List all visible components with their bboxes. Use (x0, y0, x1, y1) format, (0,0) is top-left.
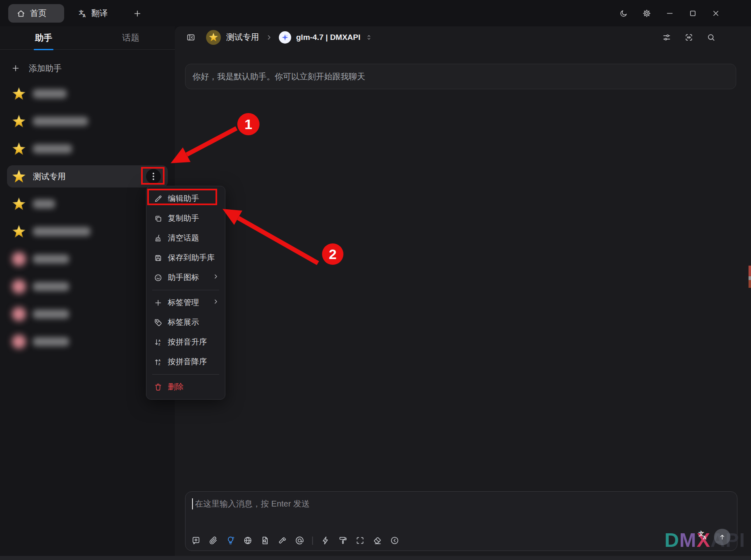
new-topic-icon[interactable] (191, 536, 201, 545)
model-selector[interactable]: glm-4.7 | DMXAPI (296, 33, 360, 42)
svg-text:?: ? (232, 536, 234, 540)
text-cursor (192, 498, 193, 509)
assistant-item[interactable] (7, 110, 168, 132)
menu-item-tag[interactable]: 标签展示 (146, 312, 225, 332)
collapse-sidebar-button[interactable] (186, 33, 195, 42)
chat-header: 测试专用 glm-4.7 | DMXAPI (175, 26, 751, 48)
assistant-item[interactable] (7, 248, 168, 270)
chevron-updown-icon[interactable] (365, 34, 373, 41)
thinking-icon[interactable]: ? (226, 536, 235, 545)
assistant-item[interactable] (7, 220, 168, 243)
plus-icon (154, 299, 162, 307)
welcome-message: 你好，我是默认助手。你可以立刻开始跟我聊天 (185, 64, 736, 89)
mcp-tools-icon[interactable] (278, 536, 287, 545)
tab-home-label: 首页 (30, 8, 46, 19)
menu-item-broom[interactable]: 清空话题 (146, 228, 225, 248)
menu-item-sort-asc[interactable]: AZ按拼音升序 (146, 332, 225, 352)
maximize-button[interactable] (681, 0, 704, 26)
web-search-icon[interactable] (243, 536, 253, 545)
redacted-assistant-name (33, 117, 88, 126)
maximize-icon (688, 9, 697, 18)
menu-item-label: 清空话题 (168, 233, 199, 243)
menu-item-label: 按拼音升序 (168, 337, 207, 347)
fullscreen-icon[interactable] (355, 536, 365, 545)
trash-icon (154, 383, 162, 391)
translate-icon: 文A (698, 530, 708, 541)
moon-icon (619, 9, 628, 18)
star-avatar (11, 86, 27, 102)
minimize-button[interactable] (658, 0, 681, 26)
tab-translate-label: 翻译 (91, 8, 108, 19)
send-button[interactable] (714, 529, 730, 545)
chevron-right-icon (265, 34, 273, 41)
redacted-assistant-name (33, 89, 67, 98)
mention-icon[interactable] (295, 536, 304, 545)
assistant-item[interactable] (7, 138, 168, 160)
chevron-right-icon (212, 273, 219, 280)
sort-desc-icon: AZ (154, 358, 162, 366)
composer-input[interactable]: 在这里输入消息，按 Enter 发送 (192, 498, 310, 509)
star-avatar (11, 196, 27, 212)
menu-item-smiley[interactable]: 助手图标 (146, 268, 225, 287)
menu-divider (152, 374, 219, 375)
watermark-letter: M (679, 529, 697, 551)
sidebar-tab-assistants[interactable]: 助手 (0, 26, 87, 49)
broom-icon (154, 234, 162, 243)
paint-roller-icon[interactable] (338, 536, 348, 545)
menu-item-label: 复制助手 (168, 213, 199, 224)
theme-toggle-button[interactable] (612, 0, 635, 26)
menu-divider (152, 290, 219, 290)
attachment-icon[interactable] (209, 536, 218, 545)
model-logo-icon (279, 31, 291, 44)
svg-text:A: A (158, 339, 161, 342)
annotation-box-edit-item (147, 189, 217, 205)
assistant-item[interactable] (7, 303, 168, 325)
svg-text:A: A (158, 359, 161, 362)
collapse-toolbar-icon[interactable] (390, 536, 399, 545)
sidebar-tab-topics[interactable]: 话题 (87, 26, 174, 49)
eraser-icon[interactable] (373, 536, 382, 545)
annotation-box-menu-button (141, 167, 165, 185)
expand-width-button[interactable] (684, 33, 693, 42)
toolbar-divider (312, 537, 313, 545)
close-button[interactable] (704, 0, 727, 26)
screen-edge-artifact (749, 266, 751, 288)
pink-avatar (11, 279, 27, 294)
assistant-avatar (206, 30, 221, 45)
assistant-item[interactable] (7, 275, 168, 298)
tab-home[interactable]: 首页 (8, 4, 64, 23)
assistant-item[interactable] (7, 331, 168, 353)
quick-phrases-icon[interactable] (321, 536, 330, 545)
assistant-item[interactable] (7, 83, 168, 105)
pink-avatar (11, 334, 27, 349)
add-assistant-button[interactable]: 添加助手 (11, 59, 175, 77)
svg-text:Z: Z (158, 362, 160, 366)
knowledge-base-icon[interactable] (260, 536, 270, 545)
menu-item-label: 标签展示 (168, 317, 199, 328)
menu-item-sort-desc[interactable]: AZ按拼音降序 (146, 352, 225, 372)
assistant-name[interactable]: 测试专用 (226, 32, 259, 43)
tab-translate[interactable]: 文A 翻译 (72, 4, 114, 23)
redacted-assistant-name (33, 310, 69, 319)
menu-item-trash[interactable]: 删除 (146, 377, 225, 397)
composer-placeholder: 在这里输入消息，按 Enter 发送 (195, 498, 310, 509)
translate-icon: 文A (78, 9, 87, 18)
menu-item-copy[interactable]: 复制助手 (146, 208, 225, 228)
assistant-item[interactable] (7, 193, 168, 215)
settings-button[interactable] (635, 0, 658, 26)
assistant-settings-button[interactable] (662, 33, 671, 42)
window-controls (612, 0, 727, 26)
save-icon (154, 254, 162, 262)
new-tab-button[interactable] (129, 5, 146, 22)
active-tab-indicator (34, 49, 53, 50)
search-button[interactable] (707, 33, 716, 42)
redacted-assistant-name (33, 144, 72, 153)
translate-input-button[interactable]: 文A (698, 530, 708, 542)
gear-icon (642, 9, 651, 18)
redacted-assistant-name (33, 227, 90, 236)
menu-item-plus[interactable]: 标签管理 (146, 293, 225, 312)
menu-item-save[interactable]: 保存到助手库 (146, 248, 225, 268)
menu-item-label: 按拼音降序 (168, 356, 207, 367)
plus-icon (11, 64, 20, 73)
message-composer[interactable]: 在这里输入消息，按 Enter 发送 ? 文A (185, 491, 737, 551)
